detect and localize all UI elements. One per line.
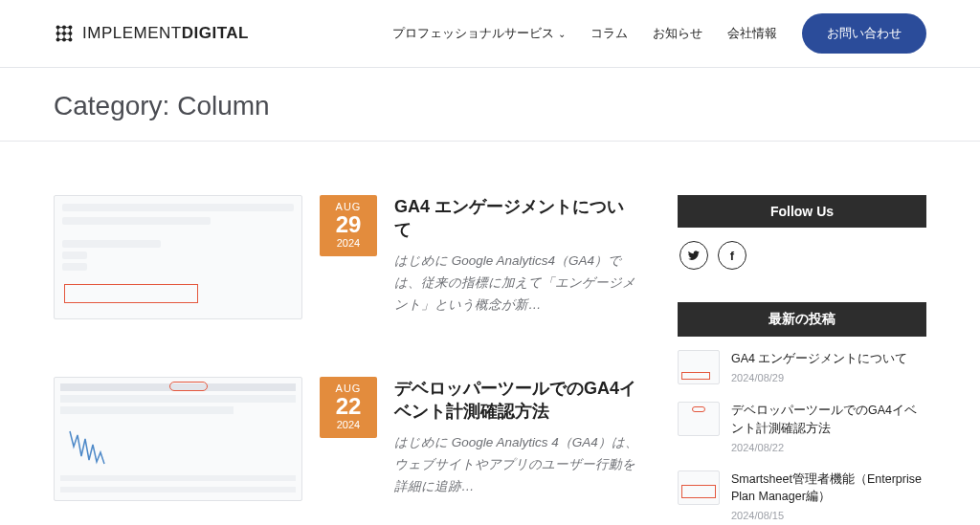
- post-day: 22: [320, 394, 377, 419]
- post-item: AUG 22 2024 デベロッパーツールでのGA4イベント計測確認方法 はじめ…: [54, 377, 639, 501]
- main-nav: プロフェッショナルサービス ⌄ コラム お知らせ 会社情報 お問い合わせ: [392, 13, 926, 54]
- recent-post-title[interactable]: GA4 エンゲージメントについて: [731, 350, 926, 368]
- recent-post-item: GA4 エンゲージメントについて 2024/08/29: [678, 350, 926, 384]
- nav-label: プロフェッショナルサービス: [392, 25, 554, 42]
- nav-professional-services[interactable]: プロフェッショナルサービス ⌄: [392, 25, 566, 42]
- page-title: Category: Column: [54, 91, 926, 121]
- page-body: AUG 29 2024 GA4 エンゲージメントについて はじめに Google…: [31, 142, 949, 521]
- post-year: 2024: [320, 419, 377, 430]
- recent-post-item: デベロッパーツールでのGA4イベント計測確認方法 2024/08/22: [678, 402, 926, 453]
- recent-posts-heading: 最新の投稿: [678, 302, 926, 337]
- post-item: AUG 29 2024 GA4 エンゲージメントについて はじめに Google…: [54, 195, 639, 319]
- recent-post-item: Smartsheet管理者機能（Enterprise Plan Manager編…: [678, 470, 926, 522]
- recent-post-title[interactable]: デベロッパーツールでのGA4イベント計測確認方法: [731, 402, 926, 438]
- post-date-badge: AUG 22 2024: [320, 377, 377, 438]
- recent-post-title[interactable]: Smartsheet管理者機能（Enterprise Plan Manager編…: [731, 470, 926, 507]
- post-body: デベロッパーツールでのGA4イベント計測確認方法 はじめに Google Ana…: [394, 377, 639, 498]
- contact-button[interactable]: お問い合わせ: [802, 13, 926, 54]
- twitter-icon[interactable]: [679, 241, 708, 270]
- facebook-icon[interactable]: f: [718, 241, 746, 270]
- social-links: f: [678, 241, 926, 270]
- chevron-down-icon: ⌄: [558, 29, 566, 39]
- recent-thumbnail[interactable]: [678, 470, 720, 505]
- post-day: 29: [320, 212, 377, 237]
- follow-us-block: Follow Us f: [678, 195, 926, 270]
- post-excerpt: はじめに Google Analytics 4（GA4）は、ウェブサイトやアプリ…: [394, 432, 639, 498]
- nav-column[interactable]: コラム: [590, 25, 628, 42]
- post-list: AUG 29 2024 GA4 エンゲージメントについて はじめに Google…: [54, 195, 639, 521]
- recent-post-date: 2024/08/15: [731, 510, 926, 521]
- site-header: IMPLEMENTDIGITAL プロフェッショナルサービス ⌄ コラム お知ら…: [0, 0, 980, 68]
- post-title[interactable]: GA4 エンゲージメントについて: [394, 195, 639, 241]
- post-thumbnail[interactable]: [54, 377, 302, 501]
- post-year: 2024: [320, 237, 377, 249]
- post-excerpt: はじめに Google Analytics4（GA4）では、従来の指標に加えて「…: [394, 251, 639, 317]
- recent-post-date: 2024/08/29: [731, 372, 926, 383]
- nav-company[interactable]: 会社情報: [727, 25, 777, 42]
- recent-posts-block: 最新の投稿 GA4 エンゲージメントについて 2024/08/29 デベロッパー…: [678, 302, 926, 521]
- post-title[interactable]: デベロッパーツールでのGA4イベント計測確認方法: [394, 377, 639, 423]
- follow-us-heading: Follow Us: [678, 195, 926, 228]
- post-body: GA4 エンゲージメントについて はじめに Google Analytics4（…: [394, 195, 639, 317]
- brand-logo[interactable]: IMPLEMENTDIGITAL: [54, 23, 249, 44]
- recent-thumbnail[interactable]: [678, 350, 720, 384]
- post-thumbnail[interactable]: [54, 195, 302, 319]
- logo-icon: [54, 23, 75, 44]
- recent-post-list: GA4 エンゲージメントについて 2024/08/29 デベロッパーツールでのG…: [678, 350, 926, 521]
- post-date-badge: AUG 29 2024: [320, 195, 377, 256]
- brand-text: IMPLEMENTDIGITAL: [82, 24, 249, 43]
- page-title-bar: Category: Column: [0, 68, 980, 141]
- recent-post-date: 2024/08/22: [731, 442, 926, 453]
- recent-thumbnail[interactable]: [678, 402, 720, 436]
- nav-news[interactable]: お知らせ: [653, 25, 702, 42]
- sidebar: Follow Us f 最新の投稿 GA4 エンゲージメントについて 2024/…: [678, 195, 926, 521]
